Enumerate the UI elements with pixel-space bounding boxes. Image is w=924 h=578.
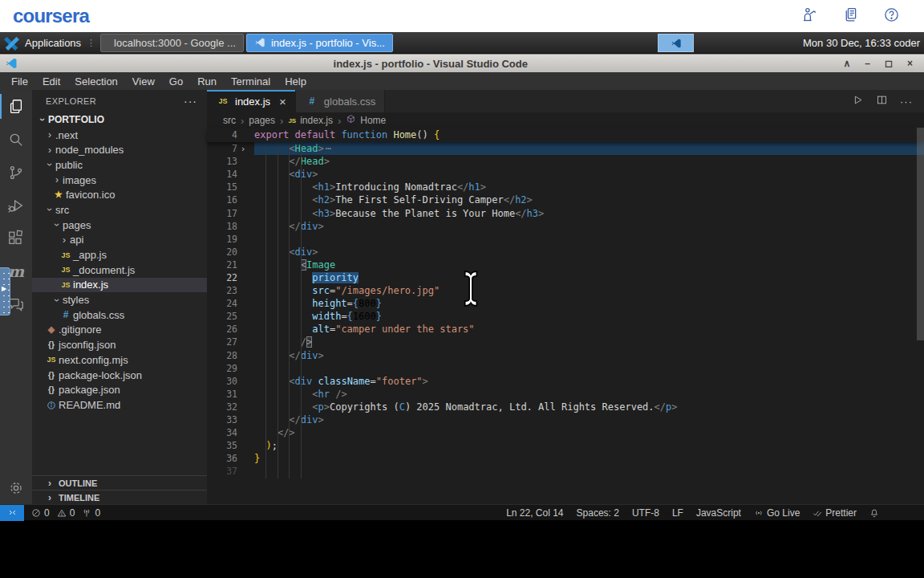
warnings-count[interactable]: 0 bbox=[57, 507, 75, 519]
gutter[interactable]: 21 bbox=[207, 259, 254, 271]
code-line-13[interactable]: 13 </Head> bbox=[207, 155, 924, 168]
run-icon[interactable] bbox=[852, 94, 864, 109]
close-icon[interactable]: × bbox=[279, 96, 286, 108]
tree-root-portfolio[interactable]: ›PORTFOLIO bbox=[32, 112, 207, 128]
tree-item-images[interactable]: ›images bbox=[32, 173, 207, 188]
go-live[interactable]: Go Live bbox=[754, 507, 800, 519]
gutter[interactable]: 26 bbox=[207, 324, 254, 335]
close-button[interactable]: × bbox=[907, 59, 913, 68]
gutter[interactable]: 16 bbox=[207, 194, 254, 206]
tree-item-readme-md[interactable]: README.md bbox=[32, 397, 207, 413]
tree-item-styles[interactable]: ›styles bbox=[32, 292, 207, 307]
tree-item-public[interactable]: ›public bbox=[32, 157, 207, 173]
remote-indicator[interactable] bbox=[0, 505, 24, 521]
gutter[interactable]: 31 bbox=[207, 389, 254, 400]
gutter[interactable]: 4 bbox=[207, 129, 254, 140]
explorer-icon[interactable] bbox=[0, 90, 32, 123]
code-line-33[interactable]: 33 </div> bbox=[207, 413, 924, 426]
tree-item-index-js[interactable]: JSindex.js bbox=[32, 278, 207, 293]
language-mode[interactable]: JavaScript bbox=[696, 507, 741, 519]
gutter[interactable]: 30 bbox=[207, 376, 254, 387]
tree-item--gitignore[interactable]: ◈.gitignore bbox=[32, 323, 207, 338]
settings-gear-icon[interactable] bbox=[0, 471, 32, 504]
gutter[interactable]: 19 bbox=[207, 234, 254, 245]
gutter[interactable]: 7› bbox=[207, 143, 254, 154]
code-line-36[interactable]: 36} bbox=[207, 452, 924, 465]
menu-item-edit[interactable]: Edit bbox=[35, 75, 67, 88]
gutter[interactable]: 37 bbox=[207, 466, 254, 477]
vscode-pinned-button[interactable] bbox=[658, 34, 694, 52]
prettier[interactable]: Prettier bbox=[813, 507, 857, 519]
gutter[interactable]: 35 bbox=[207, 440, 254, 451]
gutter[interactable]: 22 bbox=[207, 272, 254, 283]
gutter[interactable]: 33 bbox=[207, 414, 254, 425]
gutter[interactable]: 14 bbox=[207, 169, 254, 180]
indentation[interactable]: Spaces: 2 bbox=[577, 507, 619, 519]
tree-item-package-json[interactable]: {}package.json bbox=[32, 382, 207, 397]
notifications-bell[interactable] bbox=[869, 508, 879, 518]
code-line-29[interactable]: 29 bbox=[207, 362, 924, 375]
breadcrumb-index-js[interactable]: JSindex.js bbox=[288, 115, 332, 126]
menu-item-selection[interactable]: Selection bbox=[67, 75, 124, 88]
menu-item-run[interactable]: Run bbox=[190, 75, 224, 88]
code-line-23[interactable]: 23 src="/images/hero.jpg" bbox=[207, 284, 924, 297]
gutter[interactable]: 25 bbox=[207, 311, 254, 322]
editor-scrollbar[interactable] bbox=[917, 128, 924, 340]
applications-menu-icon[interactable] bbox=[4, 35, 19, 51]
gutter[interactable]: 15 bbox=[207, 181, 254, 193]
breadcrumb-pages[interactable]: pages bbox=[249, 115, 275, 126]
gutter[interactable]: 27 bbox=[207, 336, 254, 348]
eol[interactable]: LF bbox=[672, 507, 683, 519]
code-line-14[interactable]: 14 <div> bbox=[207, 168, 924, 181]
tree-item-api[interactable]: ›api bbox=[32, 233, 207, 248]
search-icon[interactable] bbox=[0, 123, 32, 156]
code-line-18[interactable]: 18 </div> bbox=[207, 220, 924, 233]
taskbar-task[interactable]: localhost:3000 - Google ... bbox=[100, 34, 244, 52]
sticky-line-4[interactable]: 4export default function Home() { bbox=[207, 128, 924, 141]
gutter[interactable]: 32 bbox=[207, 401, 254, 413]
menu-item-view[interactable]: View bbox=[125, 75, 162, 88]
ports-count[interactable]: 0 bbox=[82, 507, 100, 519]
code-line-26[interactable]: 26 alt="camper under the stars" bbox=[207, 323, 924, 336]
gutter[interactable]: 23 bbox=[207, 285, 254, 296]
more-actions-icon[interactable]: ··· bbox=[900, 96, 913, 108]
gutter[interactable]: 36 bbox=[207, 453, 254, 464]
lab-widget-handle[interactable]: ▶ bbox=[0, 267, 10, 315]
code-line-34[interactable]: 34 </> bbox=[207, 426, 924, 439]
menu-item-go[interactable]: Go bbox=[162, 75, 190, 88]
shade-button[interactable]: ∧ bbox=[844, 59, 851, 68]
errors-count[interactable]: 0 bbox=[31, 507, 50, 519]
code-line-32[interactable]: 32 <p>Copyrights (C) 2025 Nomadtrac, Ltd… bbox=[207, 401, 924, 413]
gutter[interactable]: 29 bbox=[207, 363, 254, 374]
instructor-icon[interactable] bbox=[801, 6, 818, 26]
tree-item-src[interactable]: ›src bbox=[32, 202, 207, 218]
code-line-28[interactable]: 28 </div> bbox=[207, 349, 924, 362]
breadcrumb-home[interactable]: Home bbox=[346, 114, 386, 127]
maximize-button[interactable]: ◻ bbox=[885, 59, 893, 68]
gutter[interactable]: 18 bbox=[207, 221, 254, 232]
menu-item-file[interactable]: File bbox=[4, 75, 35, 88]
gutter[interactable]: 17 bbox=[207, 208, 254, 219]
code-line-30[interactable]: 30 <div className="footer"> bbox=[207, 375, 924, 388]
tab-index-js[interactable]: JSindex.js× bbox=[207, 90, 296, 112]
extensions-icon[interactable] bbox=[0, 222, 32, 254]
menu-item-terminal[interactable]: Terminal bbox=[224, 75, 278, 88]
explorer-more-actions[interactable]: ··· bbox=[184, 95, 197, 108]
code-line-7[interactable]: 7› <Head>⋯ bbox=[207, 142, 924, 155]
code-line-19[interactable]: 19 bbox=[207, 233, 924, 246]
notes-icon[interactable] bbox=[842, 6, 859, 26]
tree-item-jsconfig-json[interactable]: {}jsconfig.json bbox=[32, 337, 207, 352]
section-outline[interactable]: ›OUTLINE bbox=[32, 475, 207, 490]
tree-item--app-js[interactable]: JS_app.js bbox=[32, 247, 207, 263]
encoding[interactable]: UTF-8 bbox=[632, 507, 659, 519]
code-line-24[interactable]: 24 height={800} bbox=[207, 297, 924, 310]
section-timeline[interactable]: ›TIMELINE bbox=[32, 490, 207, 504]
tree-item-favicon-ico[interactable]: ★favicon.ico bbox=[32, 187, 207, 202]
tab-globals-css[interactable]: #globals.css bbox=[296, 90, 385, 112]
split-editor-icon[interactable] bbox=[876, 94, 888, 109]
tree-item-pages[interactable]: ›pages bbox=[32, 218, 207, 233]
taskbar-task[interactable]: index.js - portfolio - Vis... bbox=[246, 34, 393, 52]
applications-menu[interactable]: Applications bbox=[25, 37, 81, 49]
gutter[interactable]: 20 bbox=[207, 246, 254, 258]
code-line-25[interactable]: 25 width={1600} bbox=[207, 310, 924, 323]
